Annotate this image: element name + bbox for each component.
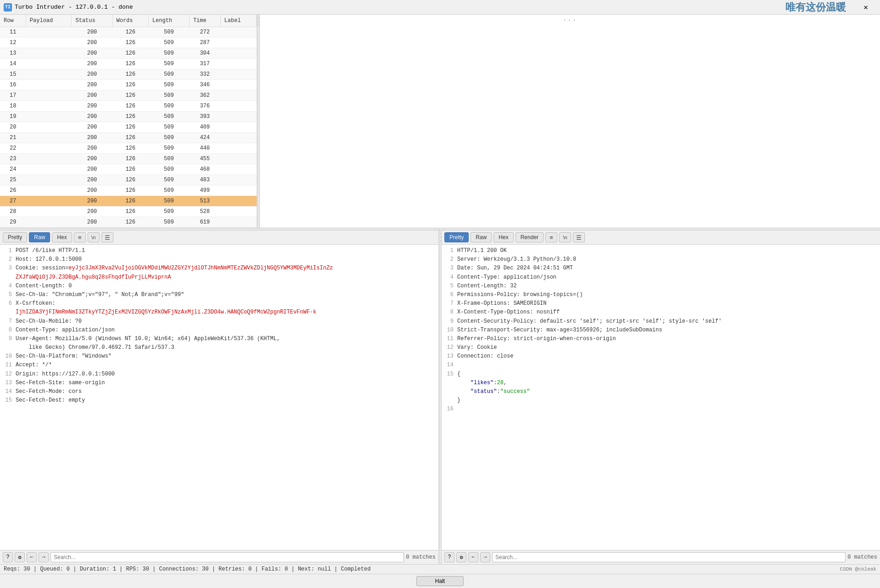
cell-words: 126 [112, 133, 148, 143]
settings-icon-response[interactable]: ⚙ [456, 552, 466, 562]
line-number: 5 [4, 291, 12, 299]
search-input-response[interactable] [492, 552, 846, 562]
tab-pretty-request[interactable]: Pretty [3, 232, 27, 242]
line-number: 1 [445, 246, 454, 255]
cell-row: 26 [0, 185, 26, 196]
code-line: 5Sec-Ch-Ua: "Chromium";v="97", " Not;A B… [4, 291, 435, 299]
tab-render-response[interactable]: Render [516, 232, 544, 242]
table-row[interactable]: 29200126509619 [0, 217, 257, 228]
table-row[interactable]: 28200126509528 [0, 207, 257, 217]
help-icon-response[interactable]: ? [444, 552, 454, 562]
cell-row: 22 [0, 143, 26, 154]
table-row[interactable]: 21200126509424 [0, 133, 257, 143]
table-row[interactable]: 27200126509513 [0, 196, 257, 207]
line-content: Sec-Fetch-Dest: empty [16, 396, 435, 405]
line-number: 13 [445, 352, 454, 361]
cell-words: 126 [112, 217, 148, 228]
halt-button[interactable]: Halt [416, 576, 464, 586]
request-panel-footer: ? ⚙ ← → 0 matches [0, 550, 438, 564]
code-line: 11Accept: */* [4, 361, 435, 370]
code-line: 15{ [445, 370, 876, 379]
table-row[interactable]: 16200126509346 [0, 80, 257, 90]
table-row[interactable]: 12200126509287 [0, 38, 257, 48]
table-row[interactable]: 23200126509455 [0, 154, 257, 164]
table-row[interactable]: 14200126509317 [0, 59, 257, 69]
tab-raw-response[interactable]: Raw [471, 232, 492, 242]
line-number: 3 [445, 264, 454, 273]
cell-label [220, 196, 256, 207]
table-row[interactable]: 24200126509468 [0, 164, 257, 175]
code-line: 15Sec-Fetch-Dest: empty [4, 396, 435, 405]
cell-words: 126 [112, 143, 148, 154]
cell-label [220, 80, 256, 90]
cell-row: 21 [0, 133, 26, 143]
cell-time: 424 [189, 133, 220, 143]
line-content: IjhIZDA3YjFINmRmNmI3ZTkyYTZjZjExM2VIZGQ5… [16, 308, 435, 317]
line-content: X-Content-Type-Options: nosniff [457, 308, 876, 317]
table-row[interactable]: 26200126509499 [0, 185, 257, 196]
settings-icon-request[interactable]: ⚙ [15, 552, 25, 562]
list-icon-request[interactable]: ≡ [74, 232, 86, 242]
forward-icon-response[interactable]: → [480, 552, 490, 562]
list-icon-response[interactable]: ≡ [545, 232, 557, 242]
code-line: 8X-Content-Type-Options: nosniff [445, 308, 876, 317]
table-row[interactable]: 22200126509440 [0, 143, 257, 154]
code-line: "likes":28, [445, 379, 876, 387]
back-icon-response[interactable]: ← [468, 552, 478, 562]
table-row[interactable]: 11200126509272 [0, 27, 257, 38]
menu-icon-response[interactable]: ☰ [573, 232, 585, 242]
tab-hex-response[interactable]: Hex [493, 232, 513, 242]
table-row[interactable]: 19200126509393 [0, 112, 257, 122]
forward-icon-request[interactable]: → [39, 552, 49, 562]
line-number: 10 [4, 352, 12, 361]
cell-status: 200 [72, 90, 112, 101]
cell-time: 317 [189, 59, 220, 69]
cell-words: 126 [112, 38, 148, 48]
line-content: ZXJfaWQiOjJ9.Z3DBgA.hgu8q28sFhqdfIuPrjLL… [16, 273, 435, 282]
code-line: IjhIZDA3YjFINmRmNmI3ZTkyYTZjZjExM2VIZGQ5… [4, 308, 435, 317]
table-body: 1120012650927212200126509287132001265093… [0, 27, 257, 228]
line-number: 7 [445, 299, 454, 308]
top-area: Row Payload Status Words Length Time Lab… [0, 15, 880, 228]
col-status: Status [72, 15, 112, 27]
line-number: 5 [445, 282, 454, 291]
help-icon-request[interactable]: ? [3, 552, 13, 562]
cell-payload [26, 185, 72, 196]
cell-row: 17 [0, 90, 26, 101]
line-content: Sec-Fetch-Mode: cors [16, 387, 435, 396]
cell-time: 272 [189, 27, 220, 38]
cell-payload [26, 112, 72, 122]
menu-icon-request[interactable]: ☰ [101, 232, 113, 242]
line-content: X-Csrftoken: [16, 299, 435, 308]
table-row[interactable]: 18200126509376 [0, 101, 257, 112]
cell-status: 200 [72, 112, 112, 122]
cell-label [220, 175, 256, 185]
tab-hex-request[interactable]: Hex [52, 232, 72, 242]
cell-status: 200 [72, 48, 112, 59]
app-icon: TI [4, 3, 12, 11]
line-content: Content-Length: 32 [457, 282, 876, 291]
table-row[interactable]: 15200126509332 [0, 69, 257, 80]
search-input-request[interactable] [50, 552, 404, 562]
newline-icon-response[interactable]: \n [559, 232, 571, 242]
back-icon-request[interactable]: ← [27, 552, 37, 562]
table-row[interactable]: 20200126509409 [0, 122, 257, 133]
cell-payload [26, 143, 72, 154]
cell-time: 483 [189, 175, 220, 185]
line-content [457, 361, 876, 370]
table-row[interactable]: 25200126509483 [0, 175, 257, 185]
table-row[interactable]: 13200126509304 [0, 48, 257, 59]
table-row[interactable]: 17200126509362 [0, 90, 257, 101]
cell-label [220, 154, 256, 164]
tab-raw-request[interactable]: Raw [29, 232, 50, 242]
newline-icon-request[interactable]: \n [88, 232, 100, 242]
tab-pretty-response[interactable]: Pretty [444, 232, 469, 242]
cell-row: 27 [0, 196, 26, 207]
line-content: User-Agent: Mozilla/5.0 (Windows NT 10.0… [16, 335, 435, 343]
cell-label [220, 27, 256, 38]
cell-row: 13 [0, 48, 26, 59]
cell-length: 509 [148, 217, 189, 228]
line-content: like Gecko) Chrome/97.0.4692.71 Safari/5… [16, 343, 435, 352]
close-button[interactable]: ✕ [855, 0, 876, 15]
response-panel: Pretty Raw Hex Render ≡ \n ☰ 1HTTP/1.1 2… [442, 230, 880, 564]
